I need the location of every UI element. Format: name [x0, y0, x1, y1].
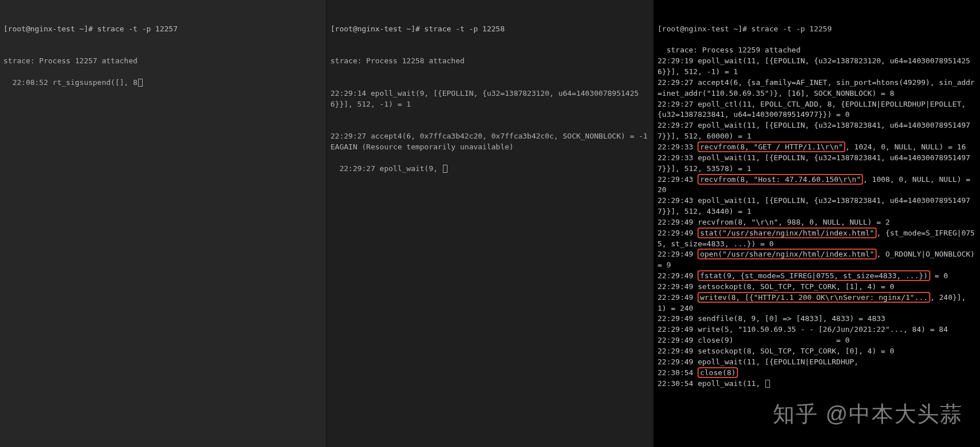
output-line: strace: Process 12257 attached [3, 56, 322, 67]
highlighted-syscall: open("/usr/share/nginx/html/index.html" [697, 249, 876, 259]
highlighted-syscall: recvfrom(8, "Host: 47.74.60.150\r\n" [697, 174, 863, 185]
output-line: strace: Process 12258 attached [330, 56, 650, 67]
cursor-icon [765, 380, 770, 388]
output-body: strace: Process 12259 attached 22:29:19 … [658, 46, 979, 387]
output-line: 22:08:52 rt_sigsuspend([], 8 [13, 78, 138, 87]
terminal-pane-2[interactable]: [root@nginx-test ~]# strace -t -p 12258 … [327, 0, 654, 447]
highlighted-syscall: fstat(9, {st_mode=S_IFREG|0755, st_size=… [697, 270, 930, 281]
cursor-icon [443, 165, 447, 173]
highlighted-syscall: recvfrom(8, "GET / HTTP/1.1\r\n" [697, 141, 845, 152]
highlighted-syscall: writev(8, [{"HTTP/1.1 200 OK\r\nServer: … [697, 292, 930, 303]
watermark-text: 知乎 @中本大头蒜 [773, 399, 963, 430]
shell-prompt: [root@nginx-test ~]# strace -t -p 12258 [330, 24, 650, 35]
output-line: 22:29:27 accept4(6, 0x7ffca3b42c20, 0x7f… [330, 131, 650, 153]
shell-prompt: [root@nginx-test ~]# strace -t -p 12259 [658, 24, 977, 35]
shell-prompt: [root@nginx-test ~]# strace -t -p 12257 [3, 24, 322, 35]
highlighted-syscall: stat("/usr/share/nginx/html/index.html" [697, 227, 876, 238]
output-line: 22:29:14 epoll_wait(9, [{EPOLLIN, {u32=1… [330, 88, 650, 110]
cursor-icon [138, 79, 143, 87]
output-line: 22:29:27 epoll_wait(9, [340, 164, 442, 173]
terminal-pane-1[interactable]: [root@nginx-test ~]# strace -t -p 12257 … [0, 0, 327, 447]
highlighted-syscall: close(8) [697, 367, 738, 378]
terminal-pane-3[interactable]: [root@nginx-test ~]# strace -t -p 12259 … [654, 0, 980, 447]
